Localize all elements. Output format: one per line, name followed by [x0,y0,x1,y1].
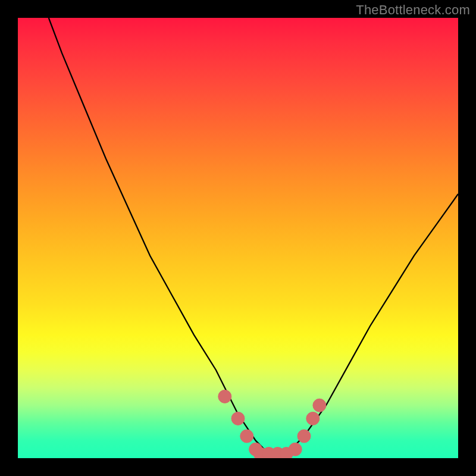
chart-plot-area [18,18,458,458]
chart-marker [218,390,231,403]
chart-marker [306,412,320,425]
watermark-text: TheBottleneck.com [356,2,470,18]
bottleneck-curve [49,18,458,454]
chart-marker [231,412,245,425]
marker-group [218,390,326,458]
chart-marker [313,399,326,412]
chart-marker [240,430,253,443]
chart-marker [289,443,302,456]
chart-marker [298,430,311,443]
chart-svg [18,18,458,458]
chart-frame: TheBottleneck.com [0,0,476,476]
